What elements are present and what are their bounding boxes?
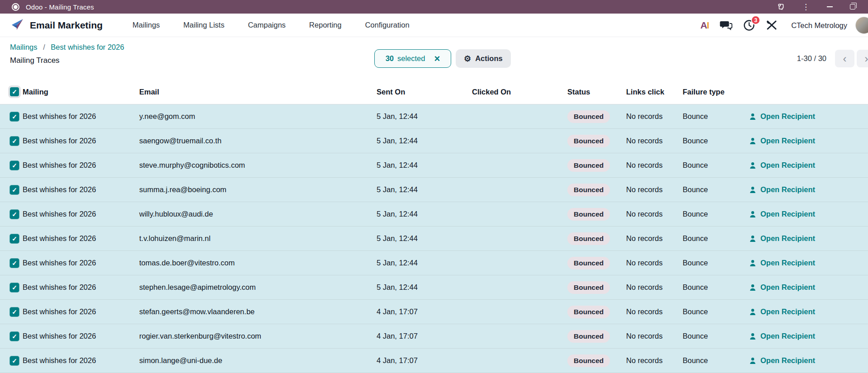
row-checkbox[interactable]: ✓	[10, 185, 19, 194]
header-sent-on[interactable]: Sent On	[377, 88, 472, 96]
open-recipient-link[interactable]: Open Recipient	[744, 185, 868, 194]
open-recipient-link[interactable]: Open Recipient	[744, 112, 868, 121]
row-checkbox[interactable]: ✓	[10, 283, 19, 292]
row-checkbox[interactable]: ✓	[10, 234, 19, 243]
menu-reporting[interactable]: Reporting	[309, 21, 342, 29]
row-checkbox[interactable]: ✓	[10, 161, 19, 170]
browser-extensions-icon[interactable]	[778, 3, 785, 10]
table-header-row: ✓ Mailing Email Sent On Clicked On Statu…	[0, 72, 868, 104]
cell-failure-type: Bounce	[683, 210, 744, 218]
person-icon	[749, 186, 756, 194]
cell-email: tomas.de.boer@vitestro.com	[139, 259, 377, 267]
status-badge: Bounced	[567, 306, 610, 318]
cell-failure-type: Bounce	[683, 283, 744, 292]
company-name[interactable]: CTech Metrology	[791, 21, 847, 30]
row-checkbox[interactable]: ✓	[10, 137, 19, 146]
cell-links-click: No records	[626, 210, 683, 218]
restore-button[interactable]	[850, 4, 855, 9]
table-row[interactable]: ✓ Best whishes for 2026 stefan.geerts@mo…	[0, 300, 868, 324]
open-recipient-link[interactable]: Open Recipient	[744, 332, 868, 340]
open-recipient-link[interactable]: Open Recipient	[744, 356, 868, 365]
table-row[interactable]: ✓ Best whishes for 2026 tomas.de.boer@vi…	[0, 251, 868, 275]
person-icon	[749, 113, 756, 120]
open-recipient-link[interactable]: Open Recipient	[744, 210, 868, 218]
actions-button[interactable]: ⚙ Actions	[456, 49, 511, 68]
open-recipient-link[interactable]: Open Recipient	[744, 259, 868, 267]
table-row[interactable]: ✓ Best whishes for 2026 summa.j.rea@boei…	[0, 178, 868, 202]
row-checkbox[interactable]: ✓	[10, 112, 19, 121]
open-recipient-label: Open Recipient	[760, 112, 815, 121]
cell-mailing: Best whishes for 2026	[23, 234, 139, 243]
open-recipient-link[interactable]: Open Recipient	[744, 307, 868, 316]
open-recipient-label: Open Recipient	[760, 137, 815, 145]
cell-mailing: Best whishes for 2026	[23, 137, 139, 145]
cell-email: summa.j.rea@boeing.com	[139, 185, 377, 194]
table-row[interactable]: ✓ Best whishes for 2026 t.v.lohuizen@mar…	[0, 227, 868, 251]
activities-clock-icon[interactable]: 3	[743, 19, 755, 31]
cell-email: t.v.lohuizen@marin.nl	[139, 234, 377, 243]
clear-selection-icon[interactable]: ×	[434, 54, 440, 64]
header-status[interactable]: Status	[567, 88, 626, 96]
person-icon	[749, 162, 756, 169]
minimize-button[interactable]	[827, 6, 833, 7]
header-clicked-on[interactable]: Clicked On	[472, 88, 567, 96]
cell-email: steve.murphy@cognibotics.com	[139, 161, 377, 170]
open-recipient-link[interactable]: Open Recipient	[744, 283, 868, 292]
menu-configuration[interactable]: Configuration	[365, 21, 409, 29]
cell-mailing: Best whishes for 2026	[23, 356, 139, 365]
browser-menu-icon[interactable]: ⋮	[802, 3, 810, 11]
pager-next-button[interactable]: ›	[857, 50, 868, 67]
select-all-checkbox[interactable]: ✓	[10, 87, 19, 96]
ai-assistant-icon[interactable]: AI	[700, 20, 709, 31]
table-row[interactable]: ✓ Best whishes for 2026 y.nee@gom.com 5 …	[0, 104, 868, 129]
table-row[interactable]: ✓ Best whishes for 2026 saengow@truemail…	[0, 129, 868, 153]
cell-email: rogier.van.sterkenburg@vitestro.com	[139, 332, 377, 340]
table-row[interactable]: ✓ Best whishes for 2026 steve.murphy@cog…	[0, 153, 868, 178]
row-checkbox[interactable]: ✓	[10, 332, 19, 341]
tools-icon[interactable]	[766, 19, 778, 31]
pager-range: 1-30 / 30	[797, 54, 826, 63]
user-avatar[interactable]	[855, 17, 868, 34]
messages-icon[interactable]	[720, 20, 732, 31]
open-recipient-label: Open Recipient	[760, 234, 815, 243]
email-marketing-logo-icon[interactable]	[11, 18, 24, 33]
header-links-click[interactable]: Links click	[626, 88, 683, 96]
row-checkbox[interactable]: ✓	[10, 356, 19, 365]
selection-count: 30	[386, 54, 394, 63]
cell-sent-on: 5 Jan, 12:44	[377, 210, 472, 218]
cell-mailing: Best whishes for 2026	[23, 210, 139, 218]
row-checkbox[interactable]: ✓	[10, 259, 19, 268]
cell-mailing: Best whishes for 2026	[23, 283, 139, 292]
open-recipient-label: Open Recipient	[760, 332, 815, 340]
cell-failure-type: Bounce	[683, 332, 744, 340]
cell-failure-type: Bounce	[683, 259, 744, 267]
person-icon	[749, 235, 756, 242]
person-icon	[749, 284, 756, 291]
open-recipient-label: Open Recipient	[760, 283, 815, 292]
menu-campaigns[interactable]: Campaigns	[248, 21, 285, 29]
cell-links-click: No records	[626, 307, 683, 316]
app-title[interactable]: Email Marketing	[30, 20, 103, 31]
header-mailing[interactable]: Mailing	[23, 88, 139, 96]
table-row[interactable]: ✓ Best whishes for 2026 stephen.lesage@a…	[0, 275, 868, 300]
menu-mailings[interactable]: Mailings	[132, 21, 160, 29]
status-badge: Bounced	[567, 135, 610, 147]
open-recipient-link[interactable]: Open Recipient	[744, 161, 868, 170]
breadcrumb-mailings-link[interactable]: Mailings	[10, 43, 38, 51]
cell-email: stefan.geerts@mow.vlaanderen.be	[139, 307, 377, 316]
table-row[interactable]: ✓ Best whishes for 2026 willy.hubloux@au…	[0, 202, 868, 227]
table-row[interactable]: ✓ Best whishes for 2026 rogier.van.sterk…	[0, 324, 868, 349]
table-row[interactable]: ✓ Best whishes for 2026 simon.lange@uni-…	[0, 349, 868, 373]
header-email[interactable]: Email	[139, 88, 377, 96]
row-checkbox[interactable]: ✓	[10, 210, 19, 219]
open-recipient-link[interactable]: Open Recipient	[744, 137, 868, 145]
menu-mailing-lists[interactable]: Mailing Lists	[184, 21, 225, 29]
open-recipient-link[interactable]: Open Recipient	[744, 234, 868, 243]
cell-sent-on: 5 Jan, 12:44	[377, 259, 472, 267]
app-navbar: Email Marketing Mailings Mailing Lists C…	[0, 14, 868, 37]
row-checkbox[interactable]: ✓	[10, 307, 19, 316]
status-badge: Bounced	[567, 159, 610, 172]
pager-previous-button[interactable]: ‹	[835, 50, 854, 67]
header-failure-type[interactable]: Failure type	[683, 88, 744, 96]
breadcrumb-current[interactable]: Best whishes for 2026	[51, 43, 124, 51]
